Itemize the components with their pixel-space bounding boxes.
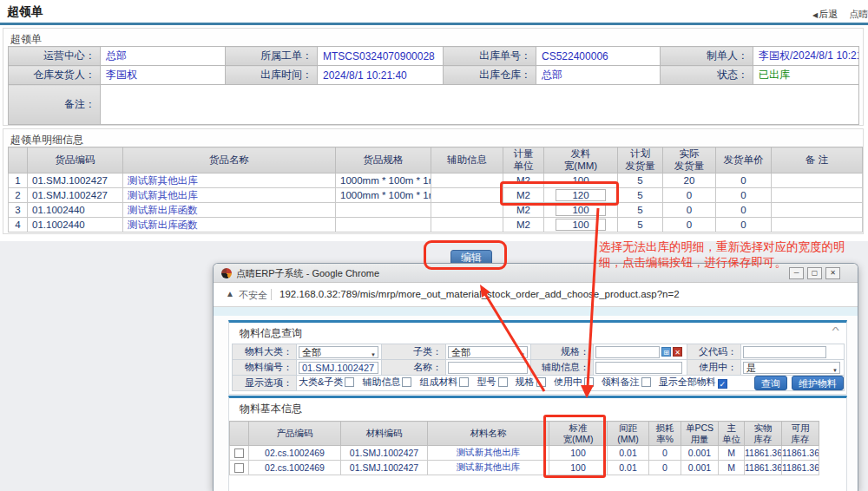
checkbox-label: 辅助信息	[362, 376, 400, 387]
checkbox-label: 型号	[477, 376, 496, 387]
row-unit: M2	[503, 173, 544, 188]
value-outno: CS522400006	[536, 47, 661, 66]
row-unit: M2	[503, 218, 544, 232]
name-input[interactable]	[448, 362, 528, 374]
col-unit: 计量 单位	[503, 147, 544, 173]
row-no: 3	[9, 203, 28, 218]
row-width: 100	[544, 173, 618, 188]
checkbox-model[interactable]	[498, 377, 508, 387]
detail-section-title: 超领单明细信息	[10, 133, 83, 147]
value-maker: 李国权/2024/8/1 10:21:40	[753, 47, 859, 66]
checkbox-category[interactable]	[345, 377, 354, 387]
checkbox-spec[interactable]	[536, 377, 546, 387]
material-row: 02.cs.1002469 01.SMJ.1002427 测试新其他出库 100…	[230, 446, 819, 461]
back-link[interactable]: 后退	[819, 9, 838, 19]
width-input[interactable]: 100	[556, 219, 606, 231]
checkbox-note[interactable]	[641, 377, 651, 387]
col-code: 货品编码	[28, 147, 123, 173]
table-row: 1 01.SMJ.1002427 测试新其他出库 1000mm * 100m *…	[9, 173, 863, 188]
row-checkbox[interactable]	[234, 448, 244, 458]
row-plan: 5	[618, 203, 663, 218]
row-actual: 0	[663, 203, 716, 218]
chevron-down-icon: ▼	[832, 365, 838, 376]
table-row: 3 01.1002440 测试新出库函数 M2 100 5 0 0	[9, 203, 863, 218]
col-select	[230, 422, 249, 446]
spec-clear-icon[interactable]: ✕	[673, 347, 682, 357]
popup-title: 点晴ERP子系统 - Google Chrome	[236, 267, 379, 280]
col-width: 发料 宽(MM)	[544, 147, 618, 173]
material-info-panel: 物料基本信息 产品编码 材料编码 材料名称 标准 宽(MM) 间距 (MM) 损…	[228, 396, 847, 491]
collapse-icon[interactable]: ^	[832, 325, 838, 336]
col-actual: 实际 发货量	[663, 147, 716, 173]
maintain-material-button[interactable]: 维护物料	[792, 376, 844, 390]
label-warehouse: 出库仓库：	[444, 66, 536, 85]
cell-name: 测试新其他出库	[428, 461, 549, 475]
checkbox-aux[interactable]	[402, 377, 411, 387]
row-aux	[431, 218, 503, 232]
header-divider	[0, 23, 868, 25]
col-plan: 计划 发货量	[618, 147, 663, 173]
screen: 超领单 ◀后退 点晴 超领单 运营中心： 总部 所属工单： MTSCS03240…	[0, 0, 868, 491]
aux-info-input[interactable]	[595, 362, 682, 374]
row-name: 测试新其他出库	[123, 173, 336, 188]
row-code: 01.1002440	[28, 218, 123, 232]
row-no: 2	[9, 188, 28, 203]
cell-gap: 0.01	[608, 461, 649, 475]
material-code-input[interactable]: 01.SMJ.1002427	[299, 362, 378, 374]
col-product-code: 产品编码	[249, 422, 341, 446]
row-spec	[336, 218, 431, 232]
label-remark: 备注：	[9, 85, 101, 125]
subcategory-select[interactable]: 全部▼	[448, 346, 528, 358]
parent-code-input[interactable]	[743, 346, 826, 358]
cell-width: 100	[549, 461, 608, 475]
row-note	[772, 173, 863, 188]
spec-input[interactable]	[595, 346, 660, 358]
cell-unit: M	[719, 461, 745, 475]
label-aux-info: 辅助信息：	[531, 360, 594, 376]
checkbox-show-all[interactable]: ✓	[718, 379, 727, 389]
query-panel-title: 物料信息查询	[240, 326, 302, 341]
label-outtime: 出库时间：	[226, 66, 318, 85]
value-outtime: 2024/8/1 10:21:40	[318, 66, 444, 85]
brand-link[interactable]: 点晴	[849, 9, 868, 19]
row-actual: 20	[663, 173, 716, 188]
col-std-width: 标准 宽(MM)	[549, 422, 608, 446]
annotation-text: 选择无法出库的明细，重新选择对应的宽度的明细，点击编辑按钮，进行保存即可。	[599, 239, 868, 271]
inuse-select[interactable]: 是▼	[743, 362, 840, 374]
checkbox-label: 显示全部物料	[659, 376, 716, 387]
url-divider	[271, 289, 272, 300]
checkbox-label: 领料备注	[602, 376, 640, 387]
label-maker: 制单人：	[661, 47, 753, 66]
cell-name: 测试新其他出库	[428, 446, 549, 461]
cell-stock: 11861.36	[745, 461, 782, 475]
search-button[interactable]: 查询	[754, 376, 787, 390]
label-category: 物料大类：	[233, 344, 297, 360]
category-select[interactable]: 全部▼	[299, 346, 378, 358]
col-loss: 损耗 率%	[649, 422, 681, 446]
row-spec: 1000mm * 100m * 1mm	[336, 173, 431, 188]
cell-product: 02.cs.1002469	[249, 461, 341, 475]
address-bar[interactable]: ▲ 不安全 192.168.0.32:789/mis/mrp/more_out_…	[214, 283, 858, 307]
value-workorder: MTSCS0324070900028	[318, 47, 444, 66]
back-arrow-icon: ◀	[812, 11, 818, 19]
checkbox-composition[interactable]	[459, 377, 469, 387]
spec-picker-icon[interactable]: ⊞	[661, 347, 671, 357]
row-unit: M2	[503, 203, 544, 218]
cell-usage: 0.001	[681, 446, 719, 461]
row-plan: 5	[618, 218, 663, 232]
label-name: 名称：	[382, 360, 446, 376]
width-input[interactable]: 100	[556, 204, 606, 216]
url-text: 192.168.0.32:789/mis/mrp/more_out_materi…	[279, 289, 680, 299]
width-input[interactable]: 120	[556, 189, 606, 201]
row-note	[772, 218, 863, 232]
col-gap: 间距 (MM)	[608, 422, 649, 446]
cell-loss: 0	[649, 446, 681, 461]
row-spec	[336, 203, 431, 218]
label-material-code: 物料编号：	[233, 360, 297, 376]
checkbox-inuse[interactable]	[584, 377, 594, 387]
info-panel-title: 物料基本信息	[240, 402, 302, 416]
row-checkbox[interactable]	[234, 463, 244, 473]
row-name: 测试新出库函数	[123, 203, 336, 218]
order-section-title: 超领单	[10, 32, 42, 47]
col-available: 可用 库存	[782, 422, 819, 446]
